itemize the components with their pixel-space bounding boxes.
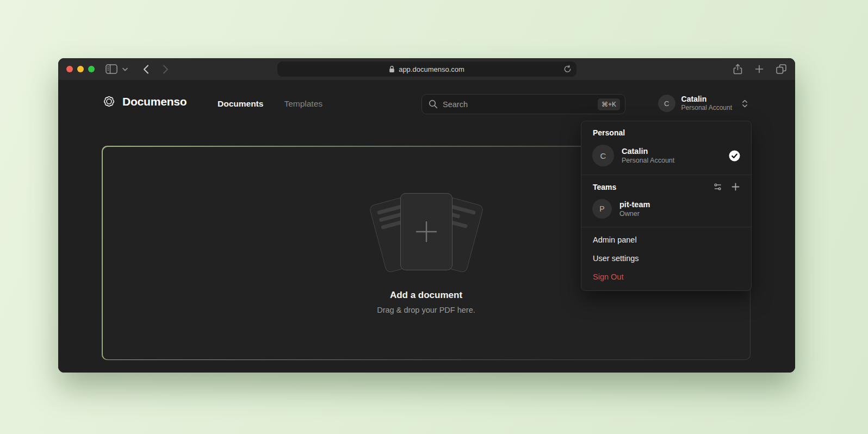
plus-icon — [414, 219, 439, 244]
chevron-up-down-icon — [741, 99, 748, 108]
chevron-down-icon[interactable] — [122, 61, 128, 77]
menu-item-user-settings[interactable]: User settings — [581, 249, 751, 268]
back-icon[interactable] — [143, 61, 149, 77]
browser-window: app.documenso.com — [58, 58, 795, 373]
account-menu-button[interactable]: C Catalin Personal Account — [658, 95, 748, 112]
account-name: Catalin — [681, 95, 732, 104]
account-dropdown-menu: Personal C Catalin Personal Account — [581, 121, 752, 291]
team-item[interactable]: P pit-team Owner — [587, 196, 745, 221]
search-box: ⌘+K — [421, 94, 625, 114]
traffic-lights — [66, 66, 95, 72]
document-stack-illustration — [364, 192, 489, 274]
main-nav: Documents Templates — [218, 99, 323, 109]
avatar: C — [658, 95, 675, 112]
illustration-card-center — [400, 193, 452, 270]
minimize-window-button[interactable] — [77, 66, 84, 72]
new-tab-icon[interactable] — [755, 61, 764, 77]
menu-item-admin-panel[interactable]: Admin panel — [581, 231, 751, 249]
brand-name: Documenso — [122, 95, 187, 108]
app-page: Documenso Documents Templates ⌘+K C Cata… — [58, 80, 795, 373]
dropzone-subtitle: Drag & drop your PDF here. — [377, 306, 475, 314]
team-avatar: P — [592, 199, 612, 219]
menu-item-sign-out[interactable]: Sign Out — [581, 268, 751, 286]
account-subtitle: Personal Account — [622, 156, 674, 165]
dropzone-title: Add a document — [390, 290, 462, 301]
browser-toolbar: app.documenso.com — [58, 58, 795, 80]
avatar: C — [592, 145, 614, 166]
lock-icon — [389, 65, 395, 73]
team-name: pit-team — [619, 200, 650, 209]
forward-icon[interactable] — [163, 61, 169, 77]
sidebar-icon[interactable] — [106, 61, 117, 77]
reload-icon[interactable] — [563, 65, 572, 73]
menu-actions: Admin panel User settings Sign Out — [581, 227, 751, 290]
url-text: app.documenso.com — [399, 65, 464, 73]
personal-section: Personal C Catalin Personal Account — [581, 121, 751, 175]
selected-check-icon — [729, 150, 740, 162]
tab-overview-icon[interactable] — [776, 61, 786, 77]
url-bar[interactable]: app.documenso.com — [277, 61, 576, 77]
nav-documents[interactable]: Documents — [218, 99, 263, 109]
search-input[interactable] — [443, 100, 593, 109]
brand[interactable]: Documenso — [102, 94, 187, 109]
teams-section-label: Teams — [593, 183, 616, 191]
search-shortcut-badge: ⌘+K — [598, 98, 620, 110]
personal-account-item[interactable]: C Catalin Personal Account — [587, 142, 745, 169]
documenso-logo-icon — [102, 94, 116, 109]
add-team-icon[interactable] — [731, 183, 740, 191]
account-name: Catalin — [622, 146, 674, 156]
close-window-button[interactable] — [66, 66, 73, 72]
search-icon — [429, 100, 438, 109]
zoom-window-button[interactable] — [88, 66, 95, 72]
personal-section-label: Personal — [587, 128, 745, 137]
account-subtitle: Personal Account — [681, 104, 732, 112]
nav-templates[interactable]: Templates — [284, 99, 323, 109]
team-role: Owner — [619, 209, 650, 218]
teams-section: Teams — [581, 175, 751, 227]
manage-teams-icon[interactable] — [713, 182, 722, 191]
share-icon[interactable] — [733, 61, 742, 77]
